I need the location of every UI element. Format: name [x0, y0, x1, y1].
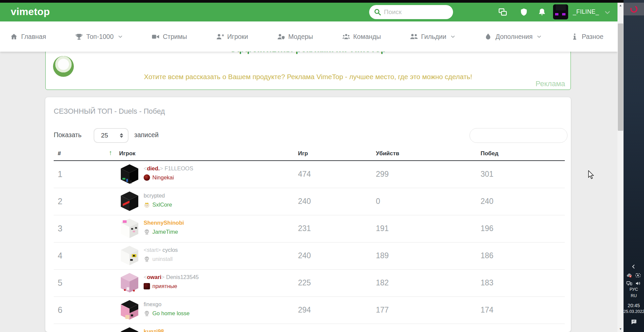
clan-name[interactable]: JameTime — [152, 229, 178, 235]
username[interactable]: _FILINE_ — [573, 8, 599, 15]
nav-item-top1000[interactable]: Топ-1000 — [75, 33, 123, 41]
player-name[interactable]: bcrypted — [144, 192, 165, 199]
search-input[interactable] — [384, 8, 441, 16]
player-cell: <owari> Denis123545приятные — [144, 274, 199, 289]
browser-scrollbar[interactable]: ▲ ▼ — [617, 3, 624, 332]
action-center-icon[interactable] — [631, 319, 637, 325]
col-kills[interactable]: Убийств — [376, 150, 399, 157]
tray-chevron-icon[interactable] — [631, 264, 637, 270]
table-search-input[interactable] — [469, 128, 567, 143]
screen-capture-icon[interactable] — [635, 272, 641, 278]
scrollbar-thumb[interactable] — [618, 23, 623, 131]
col-wins[interactable]: Побед — [481, 150, 498, 157]
scroll-down-arrow-icon[interactable]: ▼ — [617, 326, 624, 332]
tray-clock-date[interactable]: 25.03.2022 — [624, 309, 644, 314]
guild-avatar-icon — [144, 174, 150, 181]
nav-item-guilds[interactable]: Гильдии — [410, 33, 455, 41]
clan-name[interactable]: SxlCore — [152, 202, 172, 208]
wins-value: 240 — [481, 197, 493, 206]
player-prefix: start — [147, 247, 158, 253]
player-name[interactable]: cyclos — [162, 247, 178, 253]
mouse-cursor — [587, 170, 595, 179]
guild-skull-icon — [144, 256, 150, 262]
tray-language-primary[interactable]: РУС — [624, 287, 644, 292]
users-icon — [342, 33, 350, 41]
nav-item-streams[interactable]: Стримы — [152, 33, 187, 41]
network-icon[interactable] — [626, 280, 632, 286]
nav-label: Разное — [582, 33, 603, 41]
header-search[interactable] — [369, 5, 453, 19]
wins-value: 174 — [481, 306, 493, 315]
chevron-down-icon — [537, 34, 542, 39]
rank-number: 6 — [58, 305, 62, 315]
player-name[interactable]: finexgo — [144, 301, 161, 307]
col-games[interactable]: Игр — [298, 150, 308, 157]
wins-value: 186 — [481, 251, 493, 260]
user-avatar[interactable] — [553, 4, 568, 19]
wins-value: 301 — [481, 170, 493, 179]
table-row: 4<start> cyclosuninstall240189186 — [54, 242, 565, 270]
clan-name[interactable]: приятные — [152, 283, 177, 289]
bell-icon[interactable] — [538, 8, 546, 16]
rank-number: 1 — [58, 169, 62, 179]
player-avatar — [120, 246, 139, 266]
col-player[interactable]: Игрок — [119, 150, 136, 157]
wins-value: 183 — [481, 278, 493, 287]
player-name[interactable]: ShennyShinobi — [144, 220, 184, 226]
volume-icon[interactable] — [635, 280, 641, 286]
site-header: vimetop — [0, 3, 617, 21]
player-avatar — [120, 219, 139, 239]
clan-name[interactable]: Ningekai — [152, 174, 174, 181]
nav-item-addons[interactable]: Дополнения — [484, 33, 541, 41]
nav-item-players[interactable]: Игроки — [216, 33, 248, 41]
site-logo[interactable]: vimetop — [11, 6, 50, 17]
clan-name[interactable]: uninstall — [152, 256, 173, 262]
leaderboard-card: СЕЗОННЫЙ ТОП - Duels - Побед Показать 25… — [45, 97, 571, 332]
chevron-down-icon — [450, 34, 455, 39]
chevron-down-icon[interactable] — [604, 9, 611, 16]
player-cell: finexgoGo home losse — [144, 301, 190, 317]
games-value: 240 — [298, 251, 311, 260]
kills-value: 177 — [376, 306, 389, 315]
player-prefix: died. — [147, 165, 160, 171]
player-name[interactable]: kunzi98 — [144, 328, 164, 332]
player-name[interactable]: Denis123545 — [166, 274, 199, 280]
entries-label: записей — [134, 131, 159, 139]
shield-icon[interactable] — [519, 8, 528, 16]
sort-arrow-icon[interactable]: ↑ — [109, 149, 112, 157]
tray-language-code[interactable]: RU — [624, 293, 644, 298]
user-plus-icon — [216, 33, 224, 41]
guild-avatar-icon — [144, 283, 150, 289]
nav-item-teams[interactable]: Команды — [342, 33, 381, 41]
nav-label: Модеры — [288, 33, 313, 41]
player-cell: <died.> F1LLEOOSNingekai — [144, 165, 193, 181]
table-row: 1<died.> F1LLEOOSNingekai474299301 — [54, 161, 565, 188]
scroll-up-arrow-icon[interactable]: ▲ — [617, 3, 624, 8]
rank-number: 4 — [58, 251, 62, 261]
onedrive-offline-icon[interactable] — [626, 272, 632, 278]
player-name[interactable]: F1LLEOOS — [164, 165, 193, 171]
player-cell: ShennyShinobiJameTime — [144, 220, 184, 235]
main-nav: ГлавнаяТоп-1000СтримыИгрокиМодерыКоманды… — [0, 21, 617, 52]
tray-clock-time[interactable]: 20:45 — [624, 303, 644, 308]
home-icon — [10, 33, 18, 41]
info-icon — [571, 33, 579, 41]
clan-name[interactable]: Go home losse — [152, 310, 190, 317]
nav-item-misc[interactable]: Разное — [571, 33, 603, 41]
games-value: 240 — [298, 197, 311, 206]
rank-number: 3 — [58, 224, 62, 233]
nav-item-moders[interactable]: Модеры — [277, 33, 313, 41]
player-avatar — [120, 164, 139, 184]
col-rank[interactable]: # — [58, 150, 61, 157]
screen: vimetop — [0, 0, 644, 332]
drop-icon — [484, 33, 492, 41]
player-avatar — [120, 273, 139, 293]
games-value: 294 — [298, 306, 311, 315]
window-top-edge — [0, 0, 644, 3]
browser-viewport: vimetop — [0, 3, 617, 332]
page-size-select[interactable]: 25 — [94, 128, 129, 143]
opera-gx-taskbar-button[interactable] — [624, 3, 644, 15]
trophy-icon — [75, 33, 83, 41]
nav-item-home[interactable]: Главная — [10, 33, 46, 41]
streams-frames-icon[interactable] — [498, 8, 507, 16]
